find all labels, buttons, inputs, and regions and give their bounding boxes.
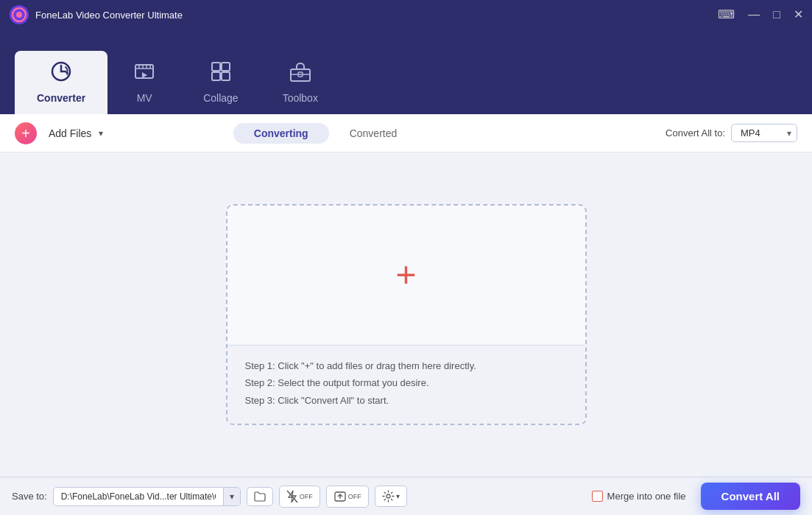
convert-all-to-group: Convert All to: MP4 MKV AVI MOV WMV MP3 bbox=[666, 124, 797, 142]
drop-zone-instructions: Step 1: Click "+" to add files or drag t… bbox=[227, 345, 585, 424]
nav-tabs: Converter MV Collage bbox=[0, 29, 812, 114]
tab-collage[interactable]: Collage bbox=[181, 51, 260, 114]
tab-collage-label: Collage bbox=[203, 92, 238, 104]
svg-rect-13 bbox=[291, 69, 310, 81]
collage-icon bbox=[209, 60, 233, 86]
close-btn[interactable]: ✕ bbox=[794, 9, 803, 21]
add-files-dropdown-arrow[interactable]: ▾ bbox=[99, 128, 103, 139]
merge-group: Merge into one file bbox=[592, 491, 686, 502]
format-select-wrapper: MP4 MKV AVI MOV WMV MP3 bbox=[731, 124, 797, 142]
accel-off-btn[interactable]: OFF bbox=[326, 486, 369, 508]
settings-icon bbox=[382, 490, 395, 502]
merge-label: Merge into one file bbox=[607, 491, 686, 502]
settings-btn[interactable]: ▾ bbox=[375, 486, 407, 507]
flash-off-btn[interactable]: OFF bbox=[279, 486, 320, 508]
save-path-wrapper: ▾ bbox=[53, 487, 241, 506]
save-path-input[interactable] bbox=[54, 488, 223, 505]
title-left: FoneLab Video Converter Ultimate bbox=[9, 4, 183, 25]
svg-point-19 bbox=[386, 494, 390, 498]
save-path-dropdown-btn[interactable]: ▾ bbox=[223, 488, 240, 505]
instruction-step3: Step 3: Click "Convert All" to start. bbox=[245, 392, 568, 409]
accel-icon bbox=[333, 490, 347, 503]
mv-icon bbox=[133, 60, 156, 86]
tab-toolbox[interactable]: Toolbox bbox=[261, 51, 340, 114]
title-bar: FoneLab Video Converter Ultimate ⌨ — □ ✕ bbox=[0, 0, 812, 29]
app-title: FoneLab Video Converter Ultimate bbox=[35, 10, 183, 21]
toolbox-icon bbox=[289, 60, 312, 86]
add-files-label: Add Files bbox=[49, 127, 91, 139]
maximize-btn[interactable]: □ bbox=[773, 9, 780, 21]
settings-dropdown-arrow: ▾ bbox=[396, 492, 400, 500]
sub-tab-group: Converting Converted bbox=[233, 123, 417, 144]
svg-rect-10 bbox=[222, 63, 230, 71]
browse-folder-btn[interactable] bbox=[247, 487, 273, 506]
save-to-label: Save to: bbox=[12, 491, 47, 502]
tab-converter-label: Converter bbox=[37, 92, 85, 104]
instruction-step1: Step 1: Click "+" to add files or drag t… bbox=[245, 357, 568, 374]
app-logo-icon bbox=[9, 4, 29, 25]
svg-rect-12 bbox=[222, 72, 230, 80]
tab-converter[interactable]: Converter bbox=[15, 51, 107, 114]
tab-toolbox-label: Toolbox bbox=[283, 92, 318, 104]
merge-checkbox[interactable] bbox=[592, 491, 603, 502]
tab-mv-label: MV bbox=[137, 92, 152, 104]
folder-icon bbox=[254, 491, 266, 502]
format-select[interactable]: MP4 MKV AVI MOV WMV MP3 bbox=[731, 124, 797, 142]
keyboard-btn[interactable]: ⌨ bbox=[718, 9, 735, 21]
converter-icon bbox=[49, 60, 73, 86]
accel-off-label: OFF bbox=[348, 493, 361, 500]
convert-all-btn[interactable]: Convert All bbox=[701, 483, 800, 510]
drop-zone-area[interactable]: + bbox=[227, 206, 585, 345]
svg-rect-11 bbox=[212, 72, 220, 80]
svg-point-2 bbox=[16, 12, 22, 18]
add-files-circle-btn[interactable]: + bbox=[15, 122, 37, 144]
flash-off-label: OFF bbox=[300, 493, 313, 500]
title-controls: ⌨ — □ ✕ bbox=[718, 9, 803, 21]
instruction-step2: Step 2: Select the output format you des… bbox=[245, 374, 568, 391]
plus-add-icon: + bbox=[395, 257, 416, 292]
sub-tab-converted[interactable]: Converted bbox=[329, 123, 418, 144]
drop-zone[interactable]: + Step 1: Click "+" to add files or drag… bbox=[226, 204, 587, 425]
bottom-bar: Save to: ▾ OFF OFF ▾ Merge into one bbox=[0, 477, 812, 515]
main-content: + Step 1: Click "+" to add files or drag… bbox=[0, 153, 812, 477]
sub-tab-converting[interactable]: Converting bbox=[233, 123, 329, 144]
tab-mv[interactable]: MV bbox=[107, 51, 181, 114]
minimize-btn[interactable]: — bbox=[748, 9, 760, 21]
toolbar: + Add Files ▾ Converting Converted Conve… bbox=[0, 114, 812, 153]
convert-all-to-label: Convert All to: bbox=[666, 127, 725, 139]
svg-rect-9 bbox=[212, 63, 220, 71]
flash-off-icon bbox=[286, 490, 298, 503]
